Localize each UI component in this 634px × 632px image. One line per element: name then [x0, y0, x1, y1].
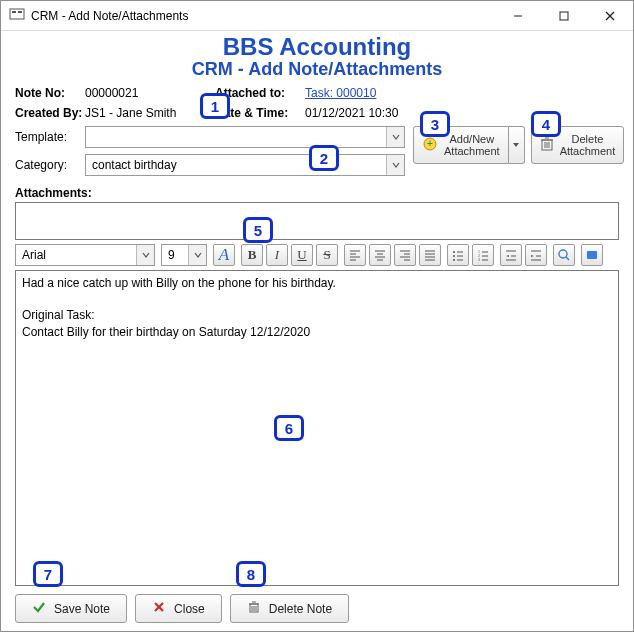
- svg-rect-1: [12, 11, 16, 13]
- add-attachment-split: + Add/New Attachment: [413, 126, 525, 164]
- createdby-label: Created By:: [15, 106, 85, 120]
- align-right-button[interactable]: [394, 244, 416, 266]
- svg-point-49: [559, 250, 567, 258]
- maximize-button[interactable]: [541, 1, 587, 30]
- svg-rect-0: [10, 9, 24, 19]
- template-select[interactable]: [85, 126, 405, 148]
- app-icon: [9, 6, 25, 25]
- title-bar: CRM - Add Note/Attachments: [1, 1, 633, 31]
- attachments-label: Attachments:: [15, 186, 619, 200]
- note-editor[interactable]: Had a nice catch up with Billy on the ph…: [15, 270, 619, 586]
- attachments-box[interactable]: [15, 202, 619, 240]
- fontsize-value: 9: [168, 248, 175, 262]
- chevron-down-icon: [386, 155, 404, 175]
- add-attachment-label: Add/New Attachment: [444, 133, 500, 157]
- template-label: Template:: [15, 130, 85, 144]
- bold-button[interactable]: B: [241, 244, 263, 266]
- underline-button[interactable]: U: [291, 244, 313, 266]
- close-button[interactable]: [587, 1, 633, 30]
- fullscreen-button[interactable]: [581, 244, 603, 266]
- category-select[interactable]: contact birthday: [85, 154, 405, 176]
- svg-rect-51: [587, 251, 597, 259]
- font-style-icon[interactable]: A: [213, 244, 235, 266]
- align-left-button[interactable]: [344, 244, 366, 266]
- outdent-button[interactable]: [500, 244, 522, 266]
- attachedto-link[interactable]: Task: 000010: [305, 86, 485, 100]
- chevron-down-icon: [188, 245, 206, 265]
- list-group: 123: [447, 244, 494, 266]
- save-note-button[interactable]: Save Note: [15, 594, 127, 623]
- datetime-label: Date & Time:: [215, 106, 305, 120]
- category-value: contact birthday: [92, 158, 177, 172]
- trash-icon: [247, 600, 261, 617]
- align-group: [344, 244, 441, 266]
- svg-text:3: 3: [478, 257, 480, 262]
- add-attachment-button[interactable]: + Add/New Attachment: [413, 126, 509, 164]
- chevron-down-icon: [386, 127, 404, 147]
- svg-text:+: +: [427, 138, 433, 149]
- form-row: Template: Category: contact birthday + A…: [15, 126, 619, 176]
- svg-rect-2: [18, 11, 22, 13]
- chevron-down-icon: [136, 245, 154, 265]
- add-attachment-dropdown[interactable]: [509, 126, 525, 164]
- number-list-button[interactable]: 123: [472, 244, 494, 266]
- fontsize-select[interactable]: 9: [161, 244, 207, 266]
- indent-button[interactable]: [525, 244, 547, 266]
- delete-note-button[interactable]: Delete Note: [230, 594, 349, 623]
- meta-grid: Note No: 00000021 Attached to: Task: 000…: [15, 86, 619, 120]
- header-company: BBS Accounting: [15, 33, 619, 61]
- form-column: Template: Category: contact birthday: [15, 126, 405, 176]
- zoom-button[interactable]: [553, 244, 575, 266]
- delete-label: Delete Note: [269, 602, 332, 616]
- header-subtitle: CRM - Add Note/Attachments: [15, 59, 619, 80]
- close-label: Close: [174, 602, 205, 616]
- window: CRM - Add Note/Attachments BBS Accountin…: [0, 0, 634, 632]
- attachment-add-icon: +: [422, 136, 438, 154]
- x-icon: [152, 600, 166, 617]
- main-area: BBS Accounting CRM - Add Note/Attachment…: [1, 31, 633, 631]
- close-form-button[interactable]: Close: [135, 594, 222, 623]
- noteno-label: Note No:: [15, 86, 85, 100]
- align-center-button[interactable]: [369, 244, 391, 266]
- delete-attachment-button[interactable]: Delete Attachment: [531, 126, 625, 164]
- indent-group: [500, 244, 547, 266]
- footer-buttons: Save Note Close Delete Note: [15, 594, 619, 623]
- editor-toolbar: Arial 9 A B I U S 123: [15, 244, 619, 266]
- svg-line-50: [566, 257, 569, 260]
- align-justify-button[interactable]: [419, 244, 441, 266]
- window-controls: [495, 1, 633, 30]
- window-title: CRM - Add Note/Attachments: [31, 9, 188, 23]
- minimize-button[interactable]: [495, 1, 541, 30]
- trash-icon: [540, 136, 554, 154]
- attachedto-label: Attached to:: [215, 86, 305, 100]
- title-bar-left: CRM - Add Note/Attachments: [9, 6, 188, 25]
- check-icon: [32, 600, 46, 617]
- svg-point-35: [453, 259, 455, 261]
- format-group: B I U S: [241, 244, 338, 266]
- noteno-value: 00000021: [85, 86, 215, 100]
- bullet-list-button[interactable]: [447, 244, 469, 266]
- delete-attachment-label: Delete Attachment: [560, 133, 616, 157]
- svg-point-31: [453, 251, 455, 253]
- italic-button[interactable]: I: [266, 244, 288, 266]
- svg-rect-4: [560, 12, 568, 20]
- datetime-value: 01/12/2021 10:30: [305, 106, 485, 120]
- font-select[interactable]: Arial: [15, 244, 155, 266]
- font-value: Arial: [22, 248, 46, 262]
- attachment-actions: + Add/New Attachment Delete Attachment: [413, 126, 624, 164]
- strike-button[interactable]: S: [316, 244, 338, 266]
- createdby-value: JS1 - Jane Smith: [85, 106, 215, 120]
- category-label: Category:: [15, 158, 85, 172]
- svg-point-33: [453, 255, 455, 257]
- save-label: Save Note: [54, 602, 110, 616]
